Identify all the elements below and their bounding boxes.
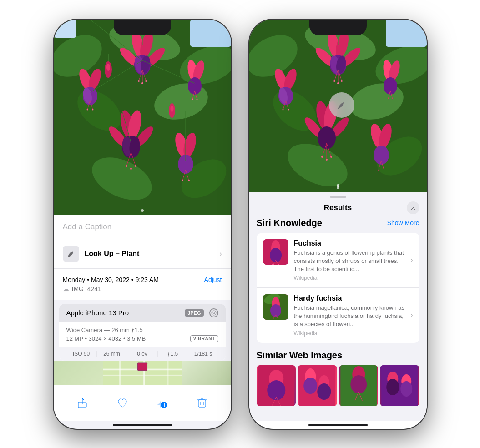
filename: IMG_4241 xyxy=(72,285,101,292)
svg-point-34 xyxy=(188,77,202,95)
adjust-button[interactable]: Adjust xyxy=(204,276,222,283)
jpeg-badge: JPEG xyxy=(185,309,203,317)
results-title: Results xyxy=(324,203,352,212)
hardy-fuchsia-chevron: › xyxy=(410,311,413,319)
svg-point-30 xyxy=(86,109,88,110)
share-icon xyxy=(77,398,88,408)
fuchsia-text: Fuchsia Fuchsia is a genus of flowering … xyxy=(294,239,405,282)
svg-point-140 xyxy=(374,146,389,165)
caption-placeholder: Add a Caption xyxy=(63,222,112,231)
svg-point-31 xyxy=(92,109,93,110)
svg-rect-8 xyxy=(190,20,231,47)
svg-point-73 xyxy=(212,311,216,315)
camera-name: Apple iPhone 13 Pro xyxy=(66,309,129,317)
mp-text: 12 MP • 3024 × 4032 • 3.5 MB xyxy=(66,335,146,342)
svg-point-169 xyxy=(317,383,331,400)
settings-gear xyxy=(211,310,217,316)
svg-rect-79 xyxy=(167,361,168,385)
svg-point-50 xyxy=(130,168,132,170)
svg-point-57 xyxy=(182,180,183,181)
info-section: Monday • May 30, 2022 • 9:23 AM Adjust ☁… xyxy=(54,269,231,300)
lookup-row[interactable]: Look Up – Plant › xyxy=(54,239,231,269)
left-phone: Add a Caption Look Up – Plant › Monday •… xyxy=(54,20,231,429)
hardy-fuchsia-name: Hardy fuchsia xyxy=(294,294,405,302)
svg-point-167 xyxy=(303,378,317,394)
map-svg xyxy=(54,361,231,385)
svg-point-121 xyxy=(288,109,289,110)
svg-rect-81 xyxy=(137,363,147,370)
hardy-fuchsia-desc: Fuchsia magellanica, commonly known as t… xyxy=(294,304,405,329)
show-more-button[interactable]: Show More xyxy=(387,219,419,227)
similar-section: Similar Web Images xyxy=(257,350,419,406)
fuchsia-chevron: › xyxy=(410,256,413,264)
camera-header-icons: JPEG xyxy=(185,308,218,317)
svg-point-51 xyxy=(135,165,136,167)
camera-section: Apple iPhone 13 Pro JPEG Wide Camera — 2… xyxy=(59,304,226,361)
caption-area[interactable]: Add a Caption xyxy=(54,215,231,239)
camera-details: Wide Camera — 26 mm ƒ1.5 12 MP • 3024 × … xyxy=(59,322,226,347)
similar-img-1[interactable] xyxy=(257,365,296,406)
fuchsia-thumb-img xyxy=(263,239,288,265)
svg-rect-86 xyxy=(198,400,206,407)
sparkle-info-icon: i xyxy=(156,397,168,409)
trash-icon xyxy=(197,398,207,408)
date-text: Monday • May 30, 2022 • 9:23 AM xyxy=(63,276,159,283)
svg-point-20 xyxy=(138,80,140,82)
fuchsia-item[interactable]: Fuchsia Fuchsia is a genus of flowering … xyxy=(257,233,419,288)
visual-search-button[interactable] xyxy=(329,92,354,118)
svg-point-112 xyxy=(341,80,343,82)
results-header: Results xyxy=(249,201,427,218)
heart-button[interactable] xyxy=(114,395,131,411)
left-screen: Add a Caption Look Up – Plant › Monday •… xyxy=(54,20,231,429)
wide-camera: Wide Camera — 26 mm ƒ1.5 xyxy=(66,327,218,333)
svg-point-135 xyxy=(321,156,323,158)
info-button[interactable]: i xyxy=(154,395,170,411)
results-sheet: Results Siri Knowledge Show More xyxy=(249,192,427,421)
similar-img-3[interactable] xyxy=(339,365,379,406)
right-screen: Results Siri Knowledge Show More xyxy=(249,20,427,429)
similar-img-4[interactable] xyxy=(380,365,419,406)
svg-rect-76 xyxy=(103,374,181,376)
hardy-fuchsia-item[interactable]: Hardy fuchsia Fuchsia magellanica, commo… xyxy=(257,288,419,343)
exif-focal: 26 mm xyxy=(97,351,127,357)
cloud-icon: ☁ xyxy=(63,285,69,292)
siri-knowledge-section: Siri Knowledge Show More xyxy=(257,218,419,343)
sheet-handle xyxy=(330,196,346,198)
svg-point-110 xyxy=(333,80,335,82)
lookup-bold: Look Up – xyxy=(85,250,120,257)
mp-row: 12 MP • 3024 × 4032 • 3.5 MB VIBRANT xyxy=(66,335,218,342)
exif-row: ISO 50 26 mm 0 ev ƒ1.5 1/181 s xyxy=(59,347,226,361)
vibrant-badge: VIBRANT xyxy=(190,335,218,342)
knowledge-card: Fuchsia Fuchsia is a genus of flowering … xyxy=(257,233,419,343)
heart-icon xyxy=(117,398,128,408)
svg-point-111 xyxy=(337,82,339,84)
camera-header: Apple iPhone 13 Pro JPEG xyxy=(59,304,226,322)
left-photo xyxy=(54,20,231,215)
svg-point-70 xyxy=(141,209,144,212)
svg-point-172 xyxy=(350,375,367,393)
similar-img-2[interactable] xyxy=(298,365,337,406)
fuchsia-desc: Fuchsia is a genus of flowering plants t… xyxy=(294,249,405,274)
hardy-fuchsia-thumb xyxy=(263,294,288,320)
camera-settings-icon xyxy=(209,308,218,317)
svg-point-63 xyxy=(170,106,173,112)
trash-button[interactable] xyxy=(194,395,210,411)
similar-images-row xyxy=(257,365,419,406)
siri-knowledge-header: Siri Knowledge Show More xyxy=(257,218,419,228)
right-phone: Results Siri Knowledge Show More xyxy=(249,20,427,429)
svg-point-137 xyxy=(330,156,332,158)
close-icon xyxy=(410,205,416,211)
notch xyxy=(114,20,171,35)
svg-point-38 xyxy=(196,98,197,100)
hardy-fuchsia-text: Hardy fuchsia Fuchsia magellanica, commo… xyxy=(294,294,405,337)
fuchsia-source: Wikipedia xyxy=(294,275,405,281)
siri-knowledge-title: Siri Knowledge xyxy=(257,218,322,228)
share-button[interactable] xyxy=(74,395,91,411)
lookup-label: Look Up – Plant xyxy=(85,250,140,258)
close-button[interactable] xyxy=(407,201,419,214)
svg-point-21 xyxy=(141,82,143,84)
svg-point-22 xyxy=(145,80,147,82)
svg-point-37 xyxy=(192,98,193,100)
date-row: Monday • May 30, 2022 • 9:23 AM Adjust xyxy=(63,276,222,283)
right-photo xyxy=(249,20,427,192)
